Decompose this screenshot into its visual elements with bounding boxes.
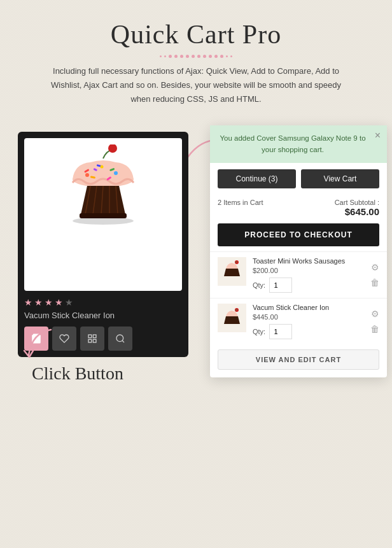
subtotal-label: Cart Subtotal : — [335, 199, 379, 206]
quick-view-button[interactable] — [108, 327, 132, 351]
product-image — [24, 138, 182, 291]
cart-item-1-image — [218, 257, 246, 286]
arrow-bottom-decoration — [19, 327, 57, 365]
close-button[interactable]: × — [375, 130, 381, 141]
svg-line-24 — [122, 341, 124, 342]
qty-input-1[interactable] — [269, 278, 292, 293]
star-2: ★ — [34, 297, 43, 308]
cart-item-2-actions: ⚙ 🗑 — [370, 304, 379, 334]
continue-shopping-button[interactable]: Continue (3) — [218, 169, 296, 188]
cart-item-2: Vacum Stick Cleaner Ion $445.00 Qty: ⚙ 🗑 — [210, 298, 387, 344]
qty-label-2: Qty: — [253, 328, 265, 335]
star-1: ★ — [24, 297, 32, 308]
cart-notification: You added Cover Samsung Galaxy Note 9 to… — [210, 125, 387, 163]
cart-item-1-qty: Qty: — [253, 278, 364, 293]
svg-point-9 — [114, 171, 118, 175]
star-3: ★ — [45, 297, 53, 308]
add-to-compare-button[interactable] — [80, 327, 104, 351]
cart-item-2-settings[interactable]: ⚙ — [371, 309, 379, 319]
page-title: Quick Cart Pro — [13, 19, 379, 50]
page-description: Including full necessary functions of Aj… — [43, 64, 349, 106]
svg-point-23 — [116, 335, 123, 342]
cart-item-2-details: Vacum Stick Cleaner Ion $445.00 Qty: — [253, 304, 364, 339]
checkout-button[interactable]: PROCEED TO CHECKOUT — [218, 223, 379, 246]
cart-summary: 2 Items in Cart Cart Subtotal : $645.00 — [210, 195, 387, 221]
dotted-divider — [13, 55, 379, 58]
subtotal-amount: $645.00 — [345, 206, 379, 217]
svg-point-17 — [73, 217, 134, 225]
product-card: ★ ★ ★ ★ ★ Vacum Stick Cleaner Ion — [18, 132, 188, 357]
svg-rect-22 — [93, 340, 96, 343]
svg-point-8 — [85, 173, 89, 177]
star-4: ★ — [55, 297, 63, 308]
cart-item-1-name: Toaster Mini Works Sausages — [253, 257, 364, 265]
product-name: Vacum Stick Cleaner Ion — [24, 311, 182, 320]
svg-point-26 — [235, 260, 239, 264]
cart-item-1: Toaster Mini Works Sausages $200.00 Qty:… — [210, 251, 387, 298]
svg-point-10 — [101, 165, 104, 169]
cart-item-2-price: $445.00 — [253, 313, 364, 321]
cart-items-count: 2 Items in Cart — [218, 199, 263, 206]
main-area: ★ ★ ★ ★ ★ Vacum Stick Cleaner Ion — [0, 125, 392, 403]
cart-item-1-delete[interactable]: 🗑 — [370, 278, 379, 288]
cart-item-1-details: Toaster Mini Works Sausages $200.00 Qty: — [253, 257, 364, 293]
cart-item-1-settings[interactable]: ⚙ — [371, 262, 379, 272]
cart-item-1-actions: ⚙ 🗑 — [370, 257, 379, 288]
svg-rect-20 — [93, 335, 96, 338]
star-5: ★ — [65, 297, 73, 308]
cart-item-2-image — [218, 304, 246, 332]
svg-rect-19 — [88, 335, 92, 338]
svg-rect-21 — [88, 340, 92, 343]
view-cart-button[interactable]: View Cart — [301, 169, 379, 188]
star-rating: ★ ★ ★ ★ ★ — [24, 297, 182, 308]
cart-item-2-delete[interactable]: 🗑 — [370, 324, 379, 334]
cart-action-buttons: Continue (3) View Cart — [210, 163, 387, 195]
qty-input-2[interactable] — [269, 324, 292, 339]
cart-item-2-qty: Qty: — [253, 324, 364, 339]
cart-item-2-name: Vacum Stick Cleaner Ion — [253, 304, 364, 311]
cart-subtotal: Cart Subtotal : $645.00 — [335, 199, 379, 217]
qty-label-1: Qty: — [253, 281, 265, 289]
cart-item-1-price: $200.00 — [253, 267, 364, 274]
svg-point-0 — [108, 144, 117, 153]
page-header: Quick Cart Pro Including full necessary … — [0, 0, 392, 125]
view-edit-cart-button[interactable]: VIEW AND EDIT CART — [218, 349, 379, 370]
cart-popup: × You added Cover Samsung Galaxy Note 9 … — [210, 125, 387, 377]
